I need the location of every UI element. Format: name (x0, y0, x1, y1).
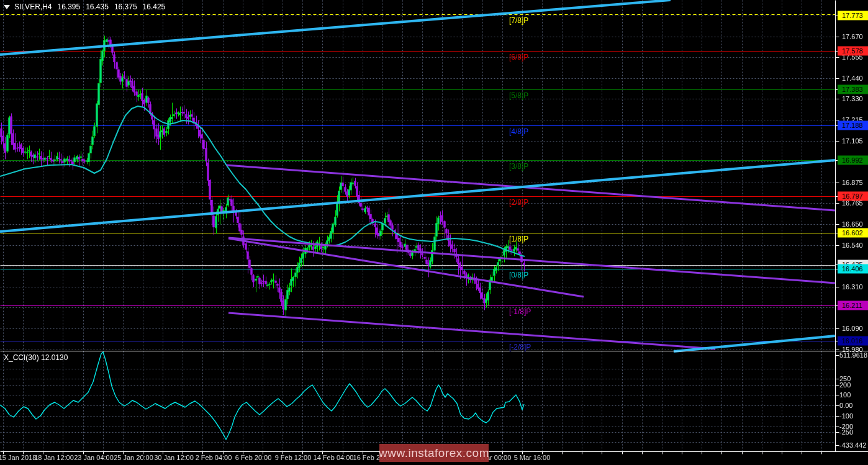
price-tick-label: 16.540 (842, 241, 863, 250)
price-badge: 16.602 (838, 228, 868, 238)
murrey-level-label: [-2/8]P (509, 343, 531, 351)
time-axis-label: 18 Jan 12:00 (34, 454, 74, 461)
cci-tick-label: 511.9618 (839, 351, 867, 359)
price-tick-label: 16.310 (842, 282, 863, 291)
price-badge: 16.992 (838, 156, 868, 165)
price-badge: 17.188 (838, 121, 868, 130)
cci-tick-label: 0.00 (839, 401, 852, 410)
cci-tick-label: 200 (839, 381, 851, 389)
cci-tick-label: -433.442 (839, 441, 866, 449)
price-tick-label: 17.330 (842, 94, 863, 103)
price-tick-label: 17.440 (842, 74, 863, 83)
murrey-level-label: [2/8]P (509, 198, 528, 207)
mt4-chart-window: SILVER,H4 16.395 16.435 16.375 16.425 X_… (0, 0, 868, 465)
murrey-level-label: [7/8]P (509, 16, 528, 25)
time-axis-label: 30 Jan 12:00 (154, 454, 194, 461)
cci-tick-label: -250 (839, 428, 853, 436)
price-badge: 17.773 (838, 11, 868, 20)
watermark: www.instaforex.com (379, 444, 489, 462)
open-value: 16.395 (57, 2, 80, 11)
cci-tick-label: 100 (839, 391, 851, 399)
chart-title: SILVER,H4 16.395 16.435 16.375 16.425 (4, 2, 171, 11)
time-axis-label: 25 Jan 20:00 (114, 454, 153, 461)
time-axis-label: 6 Feb 20:00 (235, 454, 272, 461)
price-tick-label: 16.650 (842, 220, 863, 228)
time-axis-label: 14 Feb 04:00 (314, 454, 354, 461)
price-badge: 17.578 (838, 47, 868, 56)
price-tick-label: 17.105 (842, 137, 863, 145)
symbol-marker-icon (4, 5, 10, 9)
murrey-level-label: [4/8]P (509, 127, 528, 136)
time-axis-label: 5 Mar 16:00 (514, 454, 551, 461)
price-badge: 16.797 (838, 192, 868, 201)
murrey-level-label: [1/8]P (509, 235, 528, 243)
time-axis-label: 23 Jan 04:00 (74, 454, 114, 461)
chart-canvas[interactable] (0, 0, 868, 465)
low-value: 16.375 (114, 2, 137, 11)
time-axis-label: 9 Feb 12:00 (275, 454, 312, 461)
price-tick-label: 17.670 (842, 32, 863, 41)
murrey-level-label: [3/8]P (509, 162, 528, 171)
cci-tick-label: -100 (839, 412, 853, 420)
close-value: 16.425 (143, 2, 166, 11)
murrey-level-label: [0/8]P (509, 271, 528, 279)
price-tick-label: 16.875 (842, 178, 863, 187)
murrey-level-label: [6/8]P (509, 53, 528, 61)
murrey-level-label: [-1/8]P (509, 307, 531, 316)
watermark-text: www.instaforex.com (379, 446, 489, 460)
price-tick-label: 16.090 (842, 324, 863, 333)
time-axis-label: 15 Jan 2018 (0, 454, 36, 461)
indicator-label: X_CCI(30) 12.0130 (4, 353, 68, 362)
price-badge: 16.211 (838, 301, 868, 310)
murrey-level-label: [5/8]P (509, 91, 528, 100)
price-badge: 17.383 (838, 85, 868, 94)
price-badge: 16.016 (838, 336, 868, 346)
high-value: 16.435 (86, 2, 109, 11)
time-axis-label: 2 Feb 04:00 (196, 454, 232, 461)
symbol-label: SILVER,H4 (14, 2, 52, 11)
price-badge: 16.406 (838, 264, 868, 274)
